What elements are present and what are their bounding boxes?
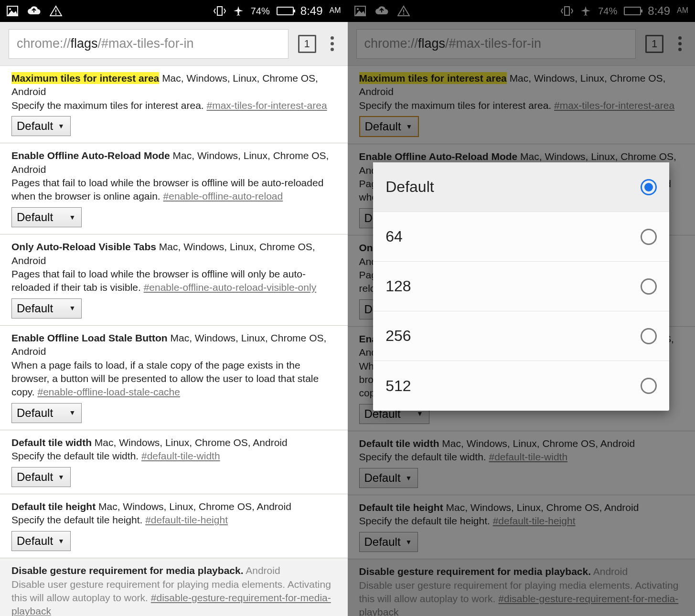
omnibox[interactable]: chrome://flags/#max-tiles-for-in (356, 29, 636, 59)
flag-platforms: Android (246, 565, 280, 576)
flag-max-tiles: Maximum tiles for interest area Mac, Win… (0, 66, 348, 143)
dialog-option-default[interactable]: Default (373, 162, 669, 212)
flag-link[interactable]: #default-tile-height (493, 515, 576, 526)
warning-icon (50, 5, 62, 17)
picture-icon (354, 6, 366, 16)
dropdown-icon: ▼ (69, 408, 75, 417)
flag-title: Only Auto-Reload Visible Tabs (11, 241, 156, 252)
battery-percentage: 74% (598, 6, 617, 17)
flag-description: Specify the default tile width. (359, 451, 486, 462)
overflow-menu-icon[interactable] (326, 36, 339, 51)
flag-platforms: Mac, Windows, Linux, Chrome OS, Android (95, 437, 288, 448)
flag-select[interactable]: Default▼ (11, 531, 71, 551)
dropdown-icon: ▼ (58, 473, 64, 482)
picture-icon (7, 6, 18, 16)
radio-checked-icon (641, 179, 657, 195)
flag-select-value: Default (17, 533, 53, 549)
flag-link[interactable]: #max-tiles-for-interest-area (207, 100, 327, 111)
dropdown-icon: ▼ (69, 304, 75, 313)
flag-platforms: Mac, Windows, Linux, Chrome OS, Android (98, 501, 291, 512)
url-prefix: chrome:// (17, 36, 71, 51)
flag-offline-auto-reload: Enable Offline Auto-Reload Mode Mac, Win… (0, 143, 348, 234)
flag-title: Maximum tiles for interest area (359, 72, 507, 84)
vibrate-icon (214, 5, 226, 17)
flag-description: Specify the default tile width. (11, 450, 139, 461)
flag-select-value: Default (17, 301, 53, 316)
battery-icon (277, 7, 294, 15)
flag-platforms: Mac, Windows, Linux, Chrome OS, Android (442, 438, 635, 449)
screenshot-right: 74% 8:49 AM chrome://flags/#max-tiles-fo… (348, 0, 695, 616)
svg-rect-9 (565, 7, 569, 15)
dropdown-icon: ▼ (69, 213, 75, 222)
flag-select-value: Default (17, 210, 53, 225)
svg-point-1 (9, 8, 11, 10)
flag-title: Enable Offline Auto-Reload Mode (359, 151, 518, 162)
flag-description: Specify the default tile height. (11, 514, 142, 525)
url-bold: flags (71, 36, 98, 51)
flag-description: Specify the maximum tiles for interest a… (359, 100, 552, 111)
flag-title: Disable gesture requirement for media pl… (359, 566, 591, 577)
flag-link[interactable]: #default-tile-width (489, 451, 568, 462)
warning-icon (397, 5, 410, 17)
flag-select[interactable]: Default▼ (359, 532, 418, 552)
svg-point-3 (55, 13, 57, 15)
flag-link[interactable]: #enable-offline-auto-reload (163, 191, 283, 202)
dialog-option-512[interactable]: 512 (373, 361, 669, 411)
cloud-upload-icon (374, 6, 389, 16)
flag-tile-width: Default tile width Mac, Windows, Linux, … (348, 431, 695, 495)
url-bold: flags (418, 36, 445, 51)
dialog-option-256[interactable]: 256 (373, 311, 669, 361)
tab-count-label: 1 (652, 38, 657, 50)
flag-link[interactable]: #max-tiles-for-interest-area (554, 100, 674, 111)
flag-link[interactable]: #default-tile-height (145, 514, 228, 525)
flag-max-tiles: Maximum tiles for interest area Mac, Win… (348, 66, 695, 144)
flag-select[interactable]: Default▼ (11, 467, 71, 487)
flag-link[interactable]: #enable-offline-load-stale-cache (37, 386, 180, 397)
flag-link[interactable]: #enable-offline-auto-reload-visible-only (144, 282, 317, 293)
url-suffix: /#max-tiles-for-in (98, 36, 194, 51)
flag-select[interactable]: Default▼ (359, 468, 418, 488)
flag-link[interactable]: #default-tile-width (141, 450, 220, 461)
flag-select-value: Default (365, 119, 401, 134)
flag-select[interactable]: Default ▼ (11, 403, 82, 423)
tab-switcher[interactable]: 1 (645, 35, 663, 53)
flags-list[interactable]: Maximum tiles for interest area Mac, Win… (0, 66, 348, 616)
flag-title: Default tile width (359, 438, 439, 449)
flag-tile-height: Default tile height Mac, Windows, Linux,… (0, 494, 348, 558)
browser-toolbar: chrome://flags/#max-tiles-for-in 1 (0, 22, 348, 66)
flag-description: Specify the default tile height. (359, 515, 490, 526)
radio-icon (641, 378, 657, 394)
radio-icon (641, 328, 657, 344)
status-bar: 74% 8:49 AM (348, 0, 695, 22)
flag-description: Specify the maximum tiles for interest a… (11, 100, 204, 111)
flag-title: Default tile height (359, 502, 443, 513)
flag-select[interactable]: Default ▼ (11, 207, 82, 227)
dialog-option-label: Default (385, 178, 434, 196)
status-ampm: AM (330, 6, 341, 15)
flag-title: Disable gesture requirement for media pl… (11, 565, 244, 576)
flag-select[interactable]: Default▼ (359, 116, 419, 137)
cloud-upload-icon (27, 6, 41, 16)
status-time: 8:49 (300, 4, 323, 18)
dialog-option-64[interactable]: 64 (373, 212, 669, 262)
flag-select[interactable]: Default▼ (11, 116, 71, 136)
flag-select[interactable]: Default ▼ (11, 298, 82, 319)
flag-platforms: Mac, Windows, Linux, Chrome OS, Android (446, 502, 639, 513)
overflow-menu-icon[interactable] (673, 36, 686, 51)
tab-switcher[interactable]: 1 (298, 35, 316, 53)
flag-select-value: Default (17, 405, 53, 421)
vibrate-icon (561, 5, 573, 17)
radio-icon (641, 278, 657, 295)
browser-toolbar: chrome://flags/#max-tiles-for-in 1 (348, 22, 695, 66)
battery-percentage: 74% (251, 6, 270, 17)
tab-count-label: 1 (304, 38, 310, 50)
flag-auto-reload-visible: Only Auto-Reload Visible Tabs Mac, Windo… (0, 234, 348, 326)
flag-offline-stale: Enable Offline Load Stale Button Mac, Wi… (0, 326, 348, 430)
dialog-option-128[interactable]: 128 (373, 262, 669, 311)
flag-disable-gesture: Disable gesture requirement for media pl… (0, 558, 348, 616)
flag-disable-gesture: Disable gesture requirement for media pl… (348, 559, 695, 616)
dropdown-icon: ▼ (406, 474, 412, 483)
flag-title: Enable Offline Auto-Reload Mode (11, 150, 170, 161)
flag-select-value: Default (17, 469, 53, 485)
omnibox[interactable]: chrome://flags/#max-tiles-for-in (9, 29, 289, 59)
